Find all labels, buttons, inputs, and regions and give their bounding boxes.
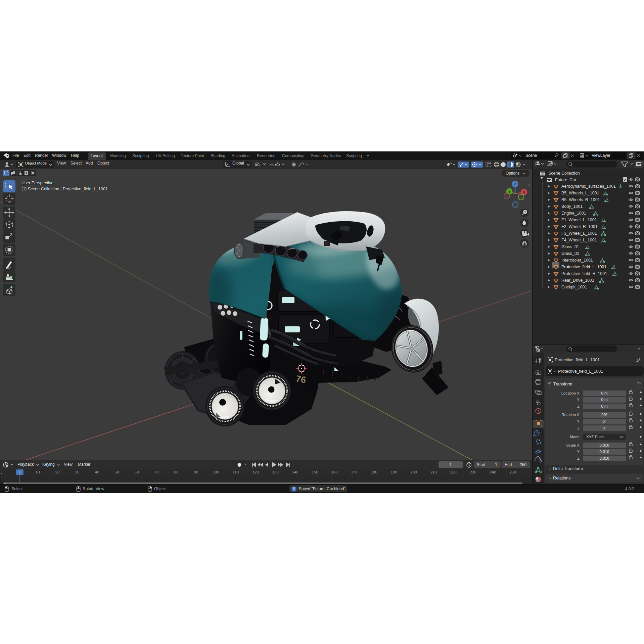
svg-text:F3_Wheel_L_1001: F3_Wheel_L_1001 [561, 231, 597, 236]
svg-text:Protective_field_L_1001: Protective_field_L_1001 [555, 358, 600, 362]
svg-text:Y: Y [508, 190, 511, 193]
svg-text:X: X [523, 190, 525, 194]
svg-text:Protective_field_L_1001: Protective_field_L_1001 [558, 369, 603, 374]
svg-text:F4_Wheel_L_1001: F4_Wheel_L_1001 [561, 238, 597, 242]
svg-text:Glass_02: Glass_02 [561, 251, 579, 256]
svg-text:Protective_field_L_1001: Protective_field_L_1001 [561, 265, 606, 269]
svg-text:Engine_1001: Engine_1001 [561, 211, 586, 216]
svg-text:Transform: Transform [553, 382, 572, 386]
svg-text:Z: Z [514, 182, 516, 186]
svg-text:Intercooler_1001: Intercooler_1001 [561, 258, 593, 263]
svg-text:Rear_Drive_1001: Rear_Drive_1001 [561, 278, 594, 283]
svg-text:B5_Wheels_R_1001: B5_Wheels_R_1001 [561, 197, 600, 202]
svg-text:Protective_field_R_1001: Protective_field_R_1001 [561, 271, 607, 276]
svg-text:F1_Wheel_L_1001: F1_Wheel_L_1001 [561, 218, 597, 222]
svg-text:Body_1001: Body_1001 [561, 204, 583, 209]
svg-text:B5_Wheels_L_1001: B5_Wheels_L_1001 [561, 191, 599, 195]
svg-text:76: 76 [295, 373, 307, 385]
svg-text:F2_Wheel_R_1001: F2_Wheel_R_1001 [561, 224, 598, 229]
svg-text:Cockpit_1001: Cockpit_1001 [561, 285, 587, 289]
svg-text:Future_Car: Future_Car [555, 178, 576, 182]
svg-text:Scene Collection: Scene Collection [548, 171, 580, 176]
svg-text:Aerodynamic_surfaces_1001: Aerodynamic_surfaces_1001 [561, 184, 616, 189]
svg-text:Glass_01: Glass_01 [561, 244, 579, 249]
